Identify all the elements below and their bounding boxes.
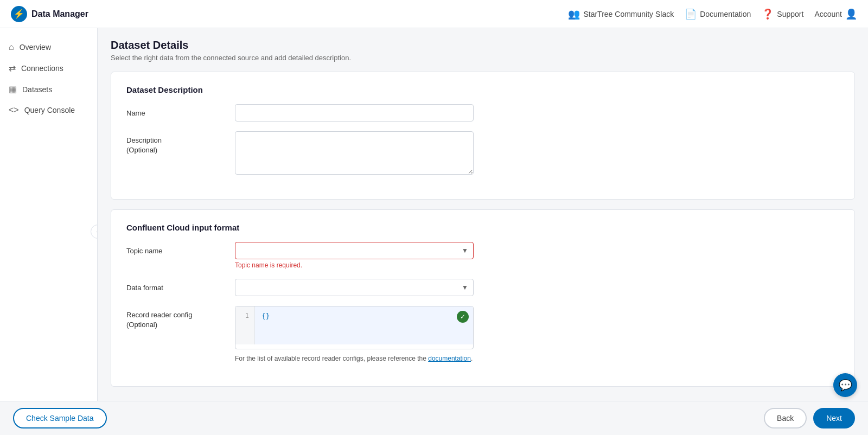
slack-link[interactable]: 👥 StarTree Community Slack [568,8,674,20]
data-format-field: ▼ [235,279,474,296]
check-sample-data-button[interactable]: Check Sample Data [13,408,107,428]
back-button[interactable]: Back [764,408,807,428]
line-numbers: 1 [235,306,255,344]
datasets-icon: ▦ [9,84,17,94]
record-reader-helper: For the list of available record reader … [235,354,474,363]
sidebar-item-connections[interactable]: ⇄ Connections [0,57,97,79]
app-layout: ⌂ Overview ⇄ Connections ▦ Datasets <> Q… [0,28,868,435]
description-label: Description (Optional) [126,131,235,155]
code-icon: <> [9,105,19,115]
account-icon: 👤 [845,8,857,20]
topic-name-label: Topic name [126,242,235,256]
data-format-select-wrapper: ▼ [235,279,474,296]
main-content: Dataset Details Select the right data fr… [98,28,868,435]
data-format-label: Data format [126,279,235,293]
page-subtitle: Select the right data from the connected… [111,54,855,62]
sidebar-collapse-button[interactable]: ‹ [91,225,98,239]
chat-widget-button[interactable]: 💬 [833,373,857,397]
top-navigation: ⚡ Data Manager 👥 StarTree Community Slac… [0,0,868,28]
logo-icon: ⚡ [11,6,27,22]
footer-right-actions: Back Next [764,408,855,428]
footer-bar: Check Sample Data Back Next [0,401,868,435]
page-header: Dataset Details Select the right data fr… [111,39,855,62]
dataset-description-card: Dataset Description Name Description (Op… [111,72,855,200]
connections-icon: ⇄ [9,63,16,73]
support-icon: ❓ [762,8,774,20]
confluent-cloud-title: Confluent Cloud input format [126,223,839,232]
topnav-actions: 👥 StarTree Community Slack 📄 Documentati… [568,8,857,20]
topic-name-select[interactable] [235,242,474,259]
record-reader-label: Record reader config (Optional) [126,306,235,330]
name-row: Name [126,104,839,121]
documentation-link[interactable]: documentation [428,355,471,362]
home-icon: ⌂ [9,42,14,52]
app-logo[interactable]: ⚡ Data Manager [11,6,88,22]
sidebar-item-overview[interactable]: ⌂ Overview [0,37,97,57]
docs-icon: 📄 [685,8,697,20]
record-reader-row: Record reader config (Optional) 1 {} ✓ F… [126,306,839,363]
record-reader-editor: 1 {} ✓ [235,306,474,349]
topic-name-field: ▼ Topic name is required. [235,242,474,269]
page-title: Dataset Details [111,39,855,52]
name-field [235,104,474,121]
name-input[interactable] [235,104,474,121]
sidebar: ⌂ Overview ⇄ Connections ▦ Datasets <> Q… [0,28,98,435]
slack-icon: 👥 [568,8,580,20]
description-row: Description (Optional) [126,131,839,176]
description-field [235,131,474,176]
topic-name-row: Topic name ▼ Topic name is required. [126,242,839,269]
data-format-select[interactable] [235,279,474,296]
next-button[interactable]: Next [813,408,855,428]
topic-error-message: Topic name is required. [235,261,474,269]
docs-link[interactable]: 📄 Documentation [685,8,751,20]
record-reader-input[interactable]: {} [255,306,473,344]
code-editor-inner: 1 {} [235,306,473,344]
dataset-description-title: Dataset Description [126,85,839,94]
sidebar-item-query-console[interactable]: <> Query Console [0,100,97,120]
confluent-cloud-card: Confluent Cloud input format Topic name … [111,209,855,387]
sidebar-item-datasets[interactable]: ▦ Datasets [0,79,97,100]
chat-icon: 💬 [839,379,852,392]
description-input[interactable] [235,131,474,175]
app-name: Data Manager [31,9,88,19]
account-link[interactable]: Account 👤 [814,8,857,20]
support-link[interactable]: ❓ Support [762,8,803,20]
record-reader-valid-icon: ✓ [457,311,469,323]
name-label: Name [126,104,235,118]
record-reader-field: 1 {} ✓ For the list of available record … [235,306,474,363]
data-format-row: Data format ▼ [126,279,839,296]
topic-name-select-wrapper: ▼ [235,242,474,259]
